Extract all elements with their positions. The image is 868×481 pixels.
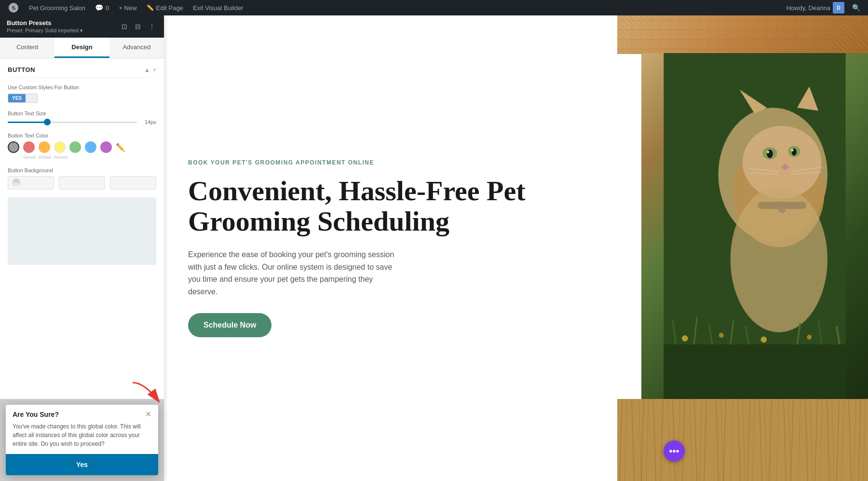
text-color-field: Button Text Color ✏️ Saved Global Recent [8,133,156,160]
color-swatch-purple[interactable] [100,141,112,153]
hero-image-bottom [617,399,868,481]
text-color-label: Button Text Color [8,133,156,138]
color-swatch-yellow[interactable] [54,141,66,153]
color-swatch-red[interactable] [23,141,35,153]
tab-advanced[interactable]: Advanced [109,38,164,58]
custom-styles-label: Use Custom Styles For Button [8,84,156,90]
gradient-field-3[interactable] [110,176,156,190]
text-size-label: Button Text Size [8,110,156,116]
panel-split-icon[interactable]: ⊟ [133,21,143,32]
edit-page[interactable]: ✏️ Edit Page [143,0,187,15]
gradient-row [8,176,156,190]
hero-title: Convenient, Hassle-Free Pet Grooming Sch… [188,176,593,237]
dialog-title: Are You Sure? [13,411,59,418]
button-background-field: Button Background [8,167,156,190]
dialog-close-button[interactable]: ✕ [145,411,151,418]
red-arrow-indicator [130,380,169,411]
avatar: D [833,2,844,14]
admin-bar-right: Howdy, Deanna D 🔍 [782,0,864,15]
exit-builder[interactable]: Exit Visual Builder [189,0,247,15]
swatch-labels: Saved Global Recent [8,155,156,160]
hero-image-top-texture [617,15,868,54]
panel-title: Button Presets [7,19,83,27]
svg-point-15 [791,149,793,151]
hero-description: Experience the ease of booking your pet'… [188,248,395,298]
section-title-button: Button [8,66,35,73]
wp-logo[interactable] [4,0,23,15]
text-size-slider-thumb[interactable] [44,119,51,125]
color-picker-icon[interactable]: ✏️ [116,142,125,152]
tab-content[interactable]: Content [0,38,54,58]
text-size-field: Button Text Size 14px [8,110,156,125]
svg-point-23 [731,187,827,332]
button-preview-box [8,197,156,265]
text-size-value: 14px [142,119,156,125]
section-icons: ▲ + [144,67,156,73]
hero-image-bottom-texture [617,399,868,481]
panel-header-icons: ⊡ ⊟ ⋮ [120,21,157,32]
hero-section: BOOK YOUR PET'S GROOMING APPOINTMENT ONL… [164,15,868,481]
svg-point-36 [807,335,812,340]
color-swatch-green[interactable] [69,141,81,153]
comments[interactable]: 💬 0 [91,0,113,15]
tab-design[interactable]: Design [54,38,109,58]
section-collapse-icon[interactable]: ▲ [144,67,150,73]
panel-title-group: Button Presets Preset: Primary Solid imp… [7,19,83,34]
gradient-icon [12,179,21,187]
svg-point-14 [767,151,769,153]
site-name[interactable]: Pet Grooming Salon [25,0,89,15]
gradient-field-1[interactable] [8,176,54,190]
svg-rect-24 [664,344,845,399]
panel-fullscreen-icon[interactable]: ⊡ [120,21,129,32]
toggle-no-label [26,94,37,102]
main-layout: Button Presets Preset: Primary Solid imp… [0,15,868,481]
section-header-button: Button ▲ + [8,66,156,78]
hero-image-main [641,53,868,399]
custom-styles-toggle[interactable]: YES [8,94,38,103]
dialog-body: You've made changes to this global color… [6,422,158,454]
section-add-icon[interactable]: + [153,67,156,73]
content-area: 📞 BOOK YOUR PET'S GROOMING APPOINTMENT O… [164,15,868,481]
hero-right [617,15,868,481]
dialog-footer: Yes [6,454,158,475]
gradient-field-2[interactable] [59,176,105,190]
color-swatch-blue[interactable] [85,141,96,153]
panel-tabs: Content Design Advanced [0,38,164,58]
hero-cta-button[interactable]: Schedule Now [188,313,271,337]
text-size-slider-row: 14px [8,119,156,125]
toggle-yes-label: YES [8,94,26,102]
admin-bar: Pet Grooming Salon 💬 0 + New ✏️ Edit Pag… [0,0,868,15]
panel-subtitle: Preset: Primary Solid imported ▾ [7,27,83,34]
floating-more-icon: ••• [669,446,679,457]
hero-image-top [617,15,868,54]
hero-left: BOOK YOUR PET'S GROOMING APPOINTMENT ONL… [164,15,617,481]
new-post[interactable]: + New [115,0,140,15]
dialog-yes-button[interactable]: Yes [6,454,158,475]
dialog-overlay: Are You Sure? ✕ You've made changes to t… [0,399,164,481]
color-swatch-orange[interactable] [39,141,50,153]
hero-eyebrow: BOOK YOUR PET'S GROOMING APPOINTMENT ONL… [188,159,593,166]
confirm-dialog: Are You Sure? ✕ You've made changes to t… [6,405,158,475]
floating-more-button[interactable]: ••• [664,440,685,462]
color-swatch-gray[interactable] [8,141,19,153]
panel-more-icon[interactable]: ⋮ [147,21,157,32]
button-background-label: Button Background [8,167,156,173]
left-panel: Button Presets Preset: Primary Solid imp… [0,15,164,481]
svg-point-35 [761,336,767,343]
panel-header: Button Presets Preset: Primary Solid imp… [0,15,164,38]
custom-styles-field: Use Custom Styles For Button YES [8,84,156,103]
svg-point-33 [682,335,688,342]
color-swatches: ✏️ [8,141,156,153]
howdy-greeting[interactable]: Howdy, Deanna D [782,0,848,15]
text-size-slider-track[interactable] [8,122,137,123]
svg-point-34 [719,333,724,338]
svg-rect-3 [617,15,868,54]
search-button[interactable]: 🔍 [848,0,864,15]
